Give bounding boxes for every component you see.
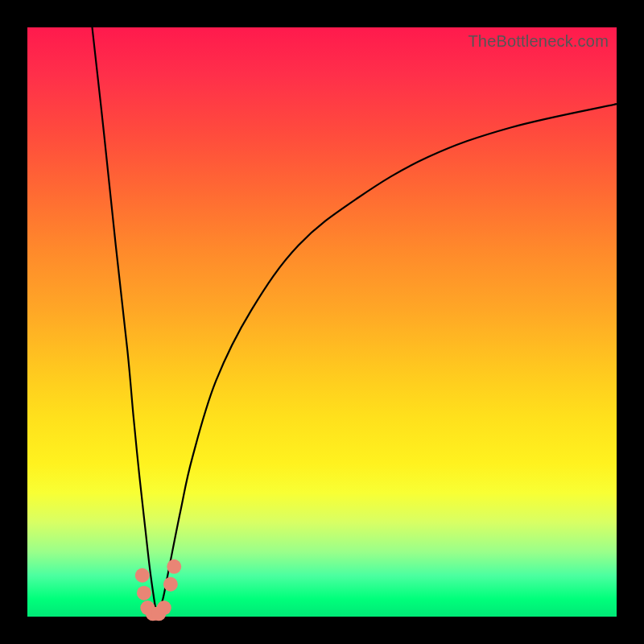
valley-marker [135, 568, 150, 583]
valley-marker [137, 586, 151, 601]
valley-markers [135, 559, 182, 621]
valley-marker [157, 601, 171, 615]
bottleneck-curve-chart [27, 27, 617, 617]
gradient-plot-area: TheBottleneck.com [27, 27, 617, 617]
curve-left-branch [93, 27, 158, 617]
valley-marker [163, 577, 178, 592]
curve-right-branch [157, 104, 617, 617]
valley-marker [167, 559, 181, 574]
